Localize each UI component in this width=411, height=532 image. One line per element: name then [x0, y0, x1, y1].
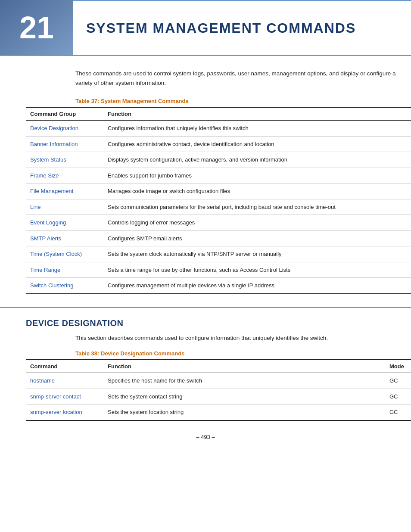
- table38-command-cell[interactable]: hostname: [26, 373, 103, 389]
- table38-col-command: Command: [26, 360, 103, 373]
- device-designation-heading: Device Designation: [26, 315, 411, 328]
- page-header: 21 System Management Commands: [0, 0, 411, 56]
- table37-function-cell: Sets communication parameters for the se…: [103, 199, 411, 215]
- table-row: Switch ClusteringConfigures management o…: [26, 278, 411, 294]
- table37-function-cell: Configures SMTP email alerts: [103, 230, 411, 246]
- table37: Command Group Function Device Designatio…: [26, 107, 411, 294]
- table37-group-cell[interactable]: File Management: [26, 184, 103, 199]
- table37-group-link[interactable]: Banner Information: [30, 141, 78, 147]
- table38: Command Function Mode hostnameSpecifies …: [26, 359, 411, 421]
- table37-group-link[interactable]: System Status: [30, 156, 66, 163]
- device-designation-intro: This section describes commands used to …: [0, 333, 411, 343]
- table38-mode-cell: GC: [385, 389, 411, 404]
- table38-command-link[interactable]: snmp-server contact: [30, 393, 81, 400]
- table38-command-link[interactable]: snmp-server location: [30, 409, 82, 415]
- table37-group-link[interactable]: Switch Clustering: [30, 282, 73, 289]
- table37-function-cell: Manages code image or switch configurati…: [103, 184, 411, 199]
- table37-group-link[interactable]: Time Range: [30, 267, 60, 273]
- table37-function-cell: Controls logging of error messages: [103, 215, 411, 231]
- table-row: LineSets communication parameters for th…: [26, 199, 411, 215]
- table37-group-cell[interactable]: Switch Clustering: [26, 278, 103, 294]
- table38-col-mode: Mode: [385, 360, 411, 373]
- table37-function-cell: Configures management of multiple device…: [103, 278, 411, 294]
- table37-group-link[interactable]: Line: [30, 204, 41, 210]
- chapter-number-box: 21: [0, 0, 73, 55]
- table37-function-cell: Enables support for jumbo frames: [103, 168, 411, 184]
- table37-group-cell[interactable]: Frame Size: [26, 168, 103, 184]
- table37-group-link[interactable]: Event Logging: [30, 219, 66, 226]
- table37-group-cell[interactable]: Time Range: [26, 262, 103, 278]
- table37-caption: Table 37: System Management Commands: [0, 98, 411, 104]
- table-row: snmp-server contactSets the system conta…: [26, 389, 411, 404]
- table37-col-group: Command Group: [26, 107, 103, 121]
- table37-group-cell[interactable]: Line: [26, 199, 103, 215]
- chapter-title: System Management Commands: [86, 20, 356, 36]
- table-row: Time RangeSets a time range for use by o…: [26, 262, 411, 278]
- table37-col-function: Function: [103, 107, 411, 121]
- title-text: System Management Commands: [86, 20, 356, 36]
- table38-col-function: Function: [103, 360, 385, 373]
- table38-function-cell: Specifies the host name for the switch: [103, 373, 385, 389]
- table37-function-cell: Sets a time range for use by other funct…: [103, 262, 411, 278]
- table37-group-link[interactable]: File Management: [30, 188, 73, 194]
- table38-command-link[interactable]: hostname: [30, 377, 55, 384]
- table37-function-cell: Displays system configuration, active ma…: [103, 152, 411, 168]
- table37-group-cell[interactable]: Event Logging: [26, 215, 103, 231]
- table37-group-cell[interactable]: System Status: [26, 152, 103, 168]
- table38-function-cell: Sets the system contact string: [103, 389, 385, 404]
- table-row: File ManagementManages code image or swi…: [26, 184, 411, 199]
- table37-group-link[interactable]: Frame Size: [30, 172, 59, 179]
- table37-function-cell: Configures information that uniquely ide…: [103, 121, 411, 137]
- table-row: hostnameSpecifies the host name for the …: [26, 373, 411, 389]
- table37-group-cell[interactable]: Time (System Clock): [26, 246, 103, 262]
- table37-group-link[interactable]: Device Designation: [30, 125, 78, 131]
- table37-group-cell[interactable]: SMTP Alerts: [26, 230, 103, 246]
- table37-function-cell: Configures administrative contact, devic…: [103, 136, 411, 152]
- table38-caption: Table 38: Device Designation Commands: [0, 350, 411, 357]
- table37-group-cell[interactable]: Device Designation: [26, 121, 103, 137]
- table38-mode-cell: GC: [385, 373, 411, 389]
- table-row: Event LoggingControls logging of error m…: [26, 215, 411, 231]
- table38-header-row: Command Function Mode: [26, 360, 411, 373]
- table37-header-row: Command Group Function: [26, 107, 411, 121]
- table37-group-link[interactable]: SMTP Alerts: [30, 235, 61, 242]
- table-row: snmp-server locationSets the system loca…: [26, 404, 411, 420]
- chapter-number: 21: [19, 10, 54, 45]
- table-row: Device DesignationConfigures information…: [26, 121, 411, 137]
- table37-function-cell: Sets the system clock automatically via …: [103, 246, 411, 262]
- table-row: SMTP AlertsConfigures SMTP email alerts: [26, 230, 411, 246]
- intro-paragraph: These commands are used to control syste…: [0, 69, 411, 87]
- table-row: Banner InformationConfigures administrat…: [26, 136, 411, 152]
- table37-group-cell[interactable]: Banner Information: [26, 136, 103, 152]
- section-divider: [0, 307, 411, 308]
- table38-command-cell[interactable]: snmp-server location: [26, 404, 103, 420]
- intro-text: These commands are used to control syste…: [75, 70, 396, 86]
- table-row: Frame SizeEnables support for jumbo fram…: [26, 168, 411, 184]
- table37-group-link[interactable]: Time (System Clock): [30, 251, 82, 257]
- chapter-title-box: System Management Commands: [73, 0, 411, 55]
- table38-mode-cell: GC: [385, 404, 411, 420]
- table38-function-cell: Sets the system location string: [103, 404, 385, 420]
- page-number: – 493 –: [0, 434, 411, 449]
- table38-command-cell[interactable]: snmp-server contact: [26, 389, 103, 404]
- table-row: Time (System Clock)Sets the system clock…: [26, 246, 411, 262]
- table-row: System StatusDisplays system configurati…: [26, 152, 411, 168]
